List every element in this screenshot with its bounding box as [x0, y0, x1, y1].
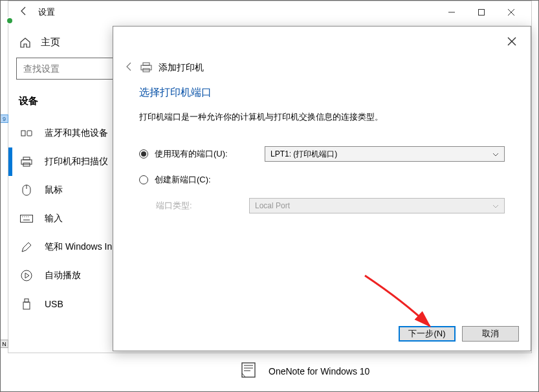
svg-rect-5	[27, 131, 32, 136]
printer-icon	[20, 157, 33, 167]
port-type-select: Local Port	[249, 198, 505, 213]
port-select[interactable]: LPT1: (打印机端口)	[265, 146, 505, 162]
dialog-close-button[interactable]	[501, 32, 523, 53]
autoplay-icon	[20, 270, 33, 281]
chevron-down-icon	[492, 149, 499, 158]
svg-rect-25	[242, 363, 255, 377]
bluetooth-icon	[20, 129, 33, 138]
svg-rect-4	[21, 131, 25, 136]
option-create-new-port[interactable]: 创建新端口(C):	[139, 167, 505, 193]
option-label: 使用现有的端口(U):	[155, 148, 265, 160]
svg-rect-22	[143, 63, 149, 65]
minimize-button[interactable]	[437, 2, 467, 23]
sidebar-item-label: 笔和 Windows Ink	[45, 241, 116, 253]
dialog-breadcrumb: 添加打印机	[113, 58, 531, 86]
radio-selected-icon	[139, 149, 148, 158]
sidebar-item-label: 鼠标	[45, 184, 63, 196]
port-type-label: 端口类型:	[156, 200, 249, 212]
radio-unselected-icon	[139, 175, 148, 184]
usb-icon	[20, 298, 33, 310]
svg-rect-19	[23, 302, 30, 309]
printer-list-item[interactable]: OneNote for Windows 10	[240, 362, 369, 380]
port-type-row: 端口类型: Local Port	[139, 193, 505, 219]
mouse-icon	[20, 184, 33, 196]
svg-rect-11	[21, 215, 33, 223]
dialog-description: 打印机端口是一种允许你的计算机与打印机交换信息的连接类型。	[139, 111, 505, 123]
back-button[interactable]	[14, 6, 34, 19]
printer-icon	[140, 62, 152, 74]
svg-rect-7	[21, 160, 32, 164]
dialog-title: 选择打印机端口	[139, 86, 505, 100]
keyboard-icon	[20, 215, 33, 223]
svg-rect-23	[141, 65, 151, 70]
sidebar-item-label: USB	[45, 299, 63, 309]
edge-marker: 9	[0, 114, 8, 123]
svg-point-17	[21, 270, 32, 281]
back-arrow-icon[interactable]	[124, 61, 134, 74]
sidebar-item-label: 蓝牙和其他设备	[45, 127, 108, 139]
breadcrumb-title: 添加打印机	[159, 62, 204, 74]
printer-item-label: OneNote for Windows 10	[269, 366, 369, 376]
svg-rect-18	[25, 299, 28, 302]
titlebar: 设置	[8, 1, 531, 23]
home-label: 主页	[41, 36, 60, 49]
add-printer-dialog: 添加打印机 选择打印机端口 打印机端口是一种允许你的计算机与打印机交换信息的连接…	[113, 26, 531, 351]
cancel-button[interactable]: 取消	[462, 326, 519, 342]
home-icon	[19, 37, 32, 49]
sidebar-item-label: 自动播放	[45, 270, 81, 281]
sidebar-item-label: 输入	[45, 213, 63, 224]
port-type-value: Local Port	[255, 201, 290, 210]
printer-item-icon	[240, 362, 257, 380]
window-title: 设置	[38, 6, 55, 18]
maximize-button[interactable]	[467, 2, 496, 23]
pen-icon	[20, 241, 33, 253]
chevron-down-icon	[492, 201, 499, 210]
option-label: 创建新端口(C):	[155, 174, 265, 186]
port-select-value: LPT1: (打印机端口)	[270, 149, 337, 160]
next-button[interactable]: 下一步(N)	[399, 326, 456, 342]
svg-rect-1	[479, 10, 485, 16]
close-button[interactable]	[496, 2, 526, 23]
option-use-existing-port[interactable]: 使用现有的端口(U): LPT1: (打印机端口)	[139, 141, 505, 167]
sidebar-item-label: 打印机和扫描仪	[45, 156, 108, 168]
svg-rect-6	[23, 157, 30, 160]
edge-marker: N	[0, 340, 8, 348]
status-badge	[6, 17, 14, 25]
dialog-header	[113, 27, 531, 58]
